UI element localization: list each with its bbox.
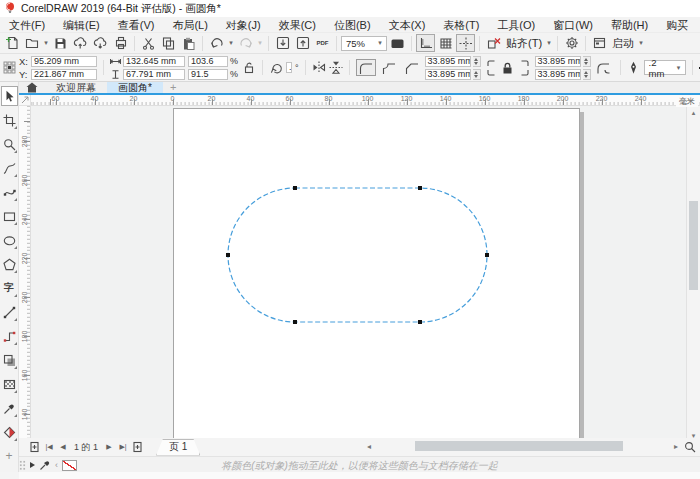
navigator-magnifier-icon[interactable] <box>684 441 696 453</box>
menu-item[interactable]: 布局(L) <box>163 17 216 33</box>
open-dropdown-arrow[interactable] <box>42 34 50 52</box>
menu-item[interactable]: 工具(O) <box>488 17 544 33</box>
outline-width-dropdown-arrow[interactable] <box>675 61 683 74</box>
new-document-button[interactable] <box>2 34 21 52</box>
tab-document[interactable]: 画圆角* <box>107 82 163 93</box>
drop-shadow-tool[interactable] <box>1 348 18 372</box>
lock-ratio-button[interactable] <box>242 61 256 75</box>
first-page-button[interactable] <box>44 440 54 454</box>
snap-dropdown-arrow[interactable] <box>545 34 553 52</box>
scroll-right-arrow-icon[interactable] <box>670 440 682 453</box>
redo-button[interactable] <box>236 34 255 52</box>
copy-button[interactable] <box>159 34 178 52</box>
snap-to-label[interactable]: 贴齐(T) <box>504 36 544 51</box>
launch-dropdown-arrow[interactable] <box>637 34 645 52</box>
mirror-horizontal-button[interactable] <box>312 61 326 75</box>
y-position-field[interactable]: 221.867 mm <box>31 69 97 80</box>
menu-item[interactable]: 购买 <box>657 17 697 33</box>
separator <box>336 36 337 51</box>
save-button[interactable] <box>51 34 70 52</box>
undo-dropdown-arrow[interactable] <box>227 34 235 52</box>
cut-button[interactable] <box>139 34 158 52</box>
scale-y-field[interactable]: 91.5 <box>188 69 228 80</box>
home-icon[interactable] <box>19 82 45 93</box>
corner-radius-tr-field[interactable]: 33.895 mm <box>535 56 581 67</box>
paste-button[interactable] <box>179 34 198 52</box>
menu-item[interactable]: 效果(C) <box>270 17 325 33</box>
scroll-left-arrow-icon[interactable] <box>363 440 375 453</box>
dimension-tool[interactable] <box>1 300 18 324</box>
add-page-after-button[interactable] <box>132 440 143 454</box>
scalloped-corner-button[interactable] <box>379 59 399 76</box>
import-button[interactable] <box>273 34 292 52</box>
launch-label[interactable]: 启动 <box>610 36 636 51</box>
vertical-scrollbar-thumb[interactable] <box>689 201 698 290</box>
zoom-dropdown-arrow[interactable] <box>376 37 384 50</box>
spinner[interactable] <box>583 69 591 80</box>
menu-item[interactable]: 位图(B) <box>325 17 380 33</box>
interactive-fill-tool[interactable] <box>1 420 18 444</box>
menu-item[interactable]: 对象(J) <box>217 17 270 33</box>
scale-x-field[interactable]: 103.6 <box>188 56 228 67</box>
fillet-scallop-chamfer-button[interactable] <box>594 59 614 76</box>
spinner[interactable] <box>473 69 481 80</box>
rounded-rectangle-shape[interactable] <box>228 188 487 322</box>
ruler-tick-label: 140 <box>426 95 465 103</box>
page-tab[interactable]: 页 1 <box>156 439 200 456</box>
y-label: Y: <box>19 69 29 80</box>
open-button[interactable] <box>22 34 41 52</box>
ruler-tick-label: 80 <box>309 95 348 103</box>
x-position-field[interactable]: 95.209 mm <box>31 56 97 67</box>
vertical-scrollbar[interactable] <box>686 106 700 442</box>
scroll-up-arrow-icon[interactable] <box>687 106 700 119</box>
add-tools-button[interactable]: + <box>1 444 18 468</box>
menu-item[interactable]: 编辑(E) <box>54 17 109 33</box>
add-page-before-button[interactable] <box>29 440 40 454</box>
zoom-level-combo[interactable]: 75% <box>341 36 387 51</box>
last-page-button[interactable] <box>118 440 128 454</box>
show-guidelines-toggle[interactable] <box>456 34 475 52</box>
tab-welcome-screen[interactable]: 欢迎屏幕 <box>45 82 107 93</box>
menu-item[interactable]: 表格(T) <box>434 17 488 33</box>
pick-tool[interactable] <box>1 86 18 106</box>
rotation-angle-field[interactable]: .0 <box>286 62 292 73</box>
object-height-field[interactable]: 67.791 mm <box>123 69 185 80</box>
undo-button[interactable] <box>207 34 226 52</box>
spinner[interactable] <box>473 56 481 67</box>
corner-radius-tl-field[interactable]: 33.895 mm <box>425 56 471 67</box>
save-to-cloud-button[interactable] <box>91 34 110 52</box>
fullscreen-preview-button[interactable] <box>388 34 407 52</box>
new-tab-button[interactable]: + <box>170 82 176 93</box>
export-button[interactable] <box>293 34 312 52</box>
spinner[interactable] <box>583 56 591 67</box>
outline-width-combo[interactable]: .2 mm <box>644 60 686 75</box>
open-from-cloud-button[interactable] <box>71 34 90 52</box>
shape-nodes[interactable] <box>226 186 489 324</box>
round-corner-button[interactable] <box>356 59 376 76</box>
publish-to-pdf-button[interactable]: PDF <box>313 34 332 52</box>
horizontal-scrollbar-thumb[interactable] <box>415 441 623 451</box>
corner-radius-br-field[interactable]: 33.895 mm <box>535 69 581 80</box>
menu-item[interactable]: 文本(X) <box>380 17 435 33</box>
launch-icon[interactable] <box>590 34 609 52</box>
snap-off-button[interactable] <box>484 34 503 52</box>
drawing-area[interactable] <box>31 106 686 438</box>
chamfered-corner-button[interactable] <box>402 59 422 76</box>
mirror-vertical-button[interactable] <box>329 61 343 75</box>
menu-item[interactable]: 窗口(W) <box>544 17 602 33</box>
corner-radius-bl-field[interactable]: 33.895 mm <box>425 69 471 80</box>
ruler-origin-corner[interactable] <box>19 95 31 106</box>
menu-item[interactable]: 文件(F) <box>0 17 54 33</box>
previous-page-button[interactable] <box>58 440 68 454</box>
menu-item[interactable]: 查看(V) <box>109 17 164 33</box>
options-gear-button[interactable] <box>562 34 581 52</box>
crop-tool[interactable] <box>1 108 18 132</box>
print-button[interactable] <box>111 34 130 52</box>
menu-item[interactable]: 帮助(H) <box>602 17 657 33</box>
next-page-button[interactable] <box>104 440 114 454</box>
show-grid-toggle[interactable] <box>436 34 455 52</box>
object-width-field[interactable]: 132.645 mm <box>123 56 185 67</box>
show-rulers-toggle[interactable] <box>416 34 435 52</box>
ellipse-tool[interactable] <box>1 228 18 252</box>
edit-corners-together-lock[interactable] <box>501 61 515 75</box>
